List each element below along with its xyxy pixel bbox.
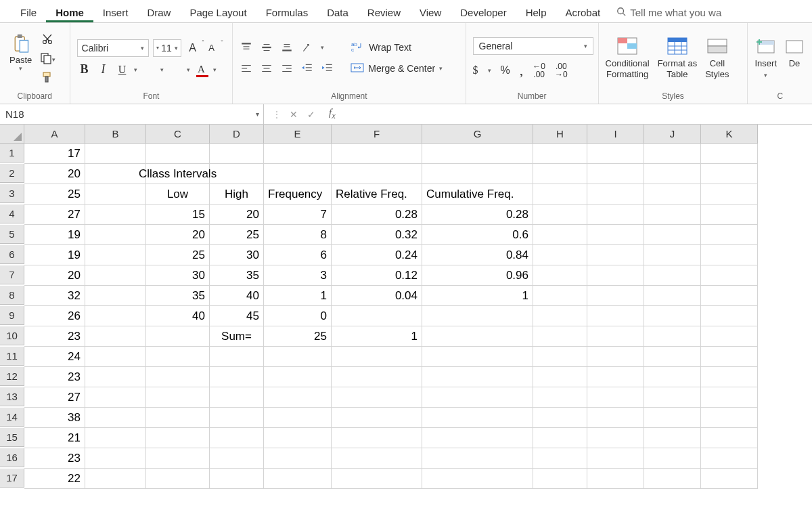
format-as-table-button[interactable]: Format as Table [658, 37, 698, 79]
cell[interactable]: 8 [264, 225, 332, 245]
worksheet-grid[interactable]: ABCDEFGHIJK117220Cllass Intervals325LowH… [0, 125, 812, 489]
cell[interactable]: 45 [210, 306, 264, 326]
cell[interactable]: 1 [422, 286, 533, 306]
column-header[interactable]: A [24, 125, 85, 144]
cell[interactable] [210, 408, 264, 428]
cell[interactable] [85, 326, 146, 347]
column-header[interactable]: E [264, 125, 332, 144]
decrease-indent-button[interactable] [300, 62, 314, 75]
cell[interactable]: 27 [24, 387, 85, 408]
column-header[interactable]: G [422, 125, 533, 144]
cancel-formula-button[interactable]: ✕ [288, 109, 299, 120]
cell[interactable] [587, 164, 644, 184]
cell[interactable]: 0 [264, 306, 332, 326]
column-header[interactable]: C [146, 125, 210, 144]
percent-format-button[interactable]: % [501, 64, 510, 77]
cell[interactable] [332, 306, 422, 326]
row-header[interactable]: 3 [0, 184, 24, 203]
cell[interactable] [264, 408, 332, 428]
cell[interactable] [146, 367, 210, 387]
cell[interactable] [701, 306, 758, 326]
cell[interactable]: 0.32 [332, 225, 422, 245]
cell[interactable]: 32 [24, 286, 85, 306]
cell[interactable] [587, 306, 644, 326]
cell[interactable]: 24 [24, 347, 85, 367]
cell[interactable]: 1 [264, 286, 332, 306]
cell[interactable] [587, 205, 644, 225]
cell[interactable] [85, 144, 146, 164]
tab-home[interactable]: Home [46, 3, 93, 22]
cell[interactable] [264, 144, 332, 164]
tab-draw[interactable]: Draw [137, 3, 180, 22]
italic-button[interactable]: I [96, 62, 111, 77]
cell[interactable] [210, 367, 264, 387]
cut-button[interactable] [40, 33, 55, 48]
cell[interactable] [146, 347, 210, 367]
cell[interactable]: 20 [24, 265, 85, 286]
row-header[interactable]: 5 [0, 225, 24, 244]
cell[interactable]: 19 [24, 225, 85, 245]
cell[interactable] [587, 448, 644, 469]
cell[interactable] [422, 428, 533, 448]
tab-file[interactable]: File [11, 3, 46, 22]
cell[interactable] [701, 184, 758, 205]
row-header[interactable]: 9 [0, 306, 24, 325]
cell[interactable] [85, 367, 146, 387]
tab-page-layout[interactable]: Page Layout [180, 3, 256, 22]
cell[interactable] [332, 448, 422, 469]
tab-view[interactable]: View [410, 3, 451, 22]
cell[interactable] [332, 144, 422, 164]
cell[interactable] [85, 286, 146, 306]
cell[interactable] [644, 225, 701, 245]
cell[interactable] [587, 367, 644, 387]
cell[interactable] [587, 265, 644, 286]
cell[interactable] [644, 265, 701, 286]
decrease-decimal-button[interactable]: .00→0 [555, 62, 568, 79]
cell[interactable] [210, 387, 264, 408]
tab-developer[interactable]: Developer [451, 3, 516, 22]
cell[interactable] [701, 286, 758, 306]
row-header[interactable]: 15 [0, 428, 24, 447]
row-header[interactable]: 1 [0, 144, 24, 163]
cell[interactable]: 0.24 [332, 245, 422, 265]
cell[interactable]: 25 [264, 326, 332, 347]
borders-button[interactable] [141, 62, 156, 77]
align-right-button[interactable] [280, 62, 294, 75]
fx-icon[interactable]: fx [323, 107, 341, 121]
cell[interactable] [644, 347, 701, 367]
cell[interactable]: Cumulative Freq. [422, 184, 533, 205]
cell[interactable] [85, 428, 146, 448]
tab-review[interactable]: Review [358, 3, 410, 22]
cell[interactable] [644, 144, 701, 164]
row-header[interactable]: 6 [0, 245, 24, 264]
cell[interactable]: 35 [146, 286, 210, 306]
cell[interactable] [587, 286, 644, 306]
cell[interactable] [422, 306, 533, 326]
cell[interactable]: 25 [210, 225, 264, 245]
tab-insert[interactable]: Insert [93, 3, 138, 22]
cell[interactable]: Cllass Intervals [146, 164, 210, 184]
accounting-format-button[interactable]: $ [473, 64, 478, 77]
column-header[interactable]: I [587, 125, 644, 144]
cell[interactable] [533, 367, 587, 387]
row-header[interactable]: 17 [0, 469, 24, 488]
cell[interactable] [210, 347, 264, 367]
fill-color-button[interactable] [168, 62, 183, 77]
align-center-button[interactable] [260, 62, 273, 75]
cell[interactable] [210, 428, 264, 448]
font-name-select[interactable]: Calibri ▾ [77, 39, 149, 57]
cell[interactable] [422, 408, 533, 428]
row-header[interactable]: 11 [0, 347, 24, 366]
cell[interactable] [533, 205, 587, 225]
cell[interactable] [85, 469, 146, 489]
cell[interactable] [644, 408, 701, 428]
cell[interactable] [533, 448, 587, 469]
cell[interactable] [533, 347, 587, 367]
cell[interactable] [264, 164, 332, 184]
column-header[interactable]: J [644, 125, 701, 144]
cell[interactable] [264, 469, 332, 489]
column-header[interactable]: F [332, 125, 422, 144]
cell[interactable]: 35 [210, 265, 264, 286]
cell[interactable] [146, 448, 210, 469]
cell[interactable] [146, 144, 210, 164]
